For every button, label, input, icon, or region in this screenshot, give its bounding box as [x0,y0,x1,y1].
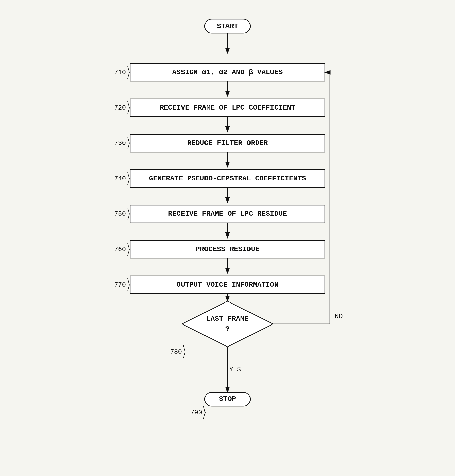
step-760-text: PROCESS RESIDUE [196,245,259,253]
step-750-label: 750 [114,210,126,218]
step-730-label: 730 [114,139,126,147]
stop-label: STOP [219,395,236,403]
step-790-label: 790 [190,409,202,416]
flowchart-container: START 710 ASSIGN α1, α2 AND β VALUES 720… [88,10,367,466]
step-770-text: OUTPUT VOICE INFORMATION [176,281,278,289]
step-710-text: ASSIGN α1, α2 AND β VALUES [172,68,283,76]
step-760-label: 760 [114,246,126,253]
step-720-label: 720 [114,104,126,112]
no-label: NO [335,313,343,320]
step-770-label: 770 [114,281,126,289]
step-780-diamond [182,301,273,347]
step-740-text: GENERATE PSEUDO-CEPSTRAL COEFFICIENTS [149,175,306,182]
yes-label: YES [229,366,241,373]
step-720-text: RECEIVE FRAME OF LPC COEFFICIENT [160,104,295,112]
step-780-text-1: LAST FRAME [206,315,249,323]
start-label: START [217,22,238,30]
step-750-text: RECEIVE FRAME OF LPC RESIDUE [168,210,287,218]
step-780-text-2: ? [225,325,230,333]
step-740-label: 740 [114,175,126,182]
step-710-label: 710 [114,69,126,76]
step-730-text: REDUCE FILTER ORDER [187,139,268,147]
step-780-label-num: 780 [170,348,182,356]
